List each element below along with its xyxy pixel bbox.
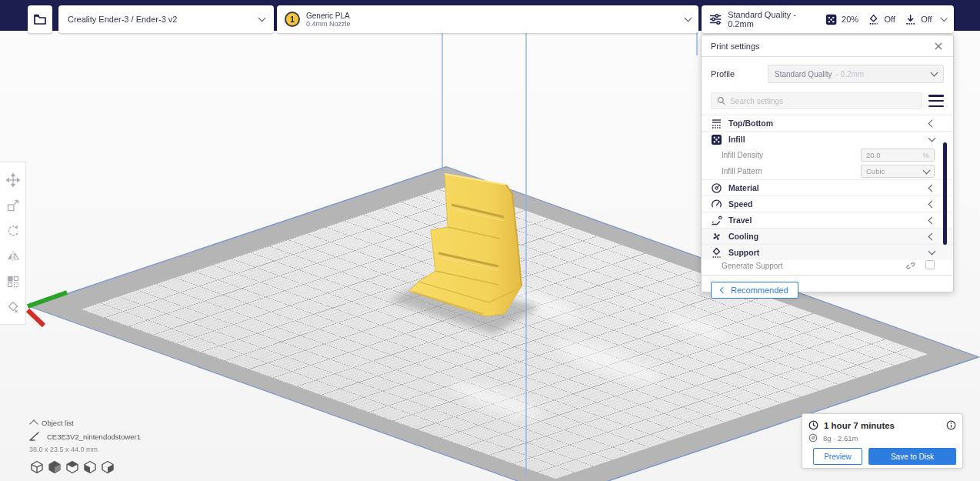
cube-top-icon	[65, 460, 79, 474]
per-model-settings-icon	[6, 275, 20, 289]
infill-icon	[711, 134, 722, 145]
move-icon	[6, 173, 20, 187]
chevron-down-icon	[931, 69, 938, 77]
object-list-item[interactable]: CE3E3V2_nintendodstower1	[29, 432, 141, 441]
object-list-panel: Object list CE3E3V2_nintendodstower1 38.…	[29, 419, 141, 474]
cube-left-icon	[83, 460, 97, 474]
printable-object-icon	[29, 432, 40, 441]
cube-right-icon	[101, 460, 115, 474]
rotate-icon	[6, 224, 20, 238]
panel-scrollbar[interactable]	[943, 142, 947, 245]
extruder-badge: 1	[285, 12, 300, 27]
view-top-button[interactable]	[65, 459, 79, 474]
printer-selector[interactable]: Creality Ender-3 / Ender-3 v2	[58, 5, 274, 33]
printer-name: Creality Ender-3 / Ender-3 v2	[68, 15, 259, 24]
category-material[interactable]: Material	[702, 179, 953, 195]
material-spool-icon	[808, 433, 818, 443]
chevron-down-icon	[940, 15, 947, 22]
category-travel[interactable]: Travel	[702, 212, 953, 228]
infill-icon	[825, 13, 837, 26]
cube-front-icon	[48, 460, 62, 474]
sliders-icon	[709, 13, 722, 25]
material-usage: 8g · 2.61m	[823, 434, 858, 443]
category-infill[interactable]: Infill	[702, 131, 953, 147]
support-state: Off	[884, 15, 895, 24]
setting-generate-support: Generate Support	[702, 260, 953, 271]
infill-density-input[interactable]: 20.0 %	[861, 149, 935, 162]
save-to-disk-button[interactable]: Save to Disk	[868, 448, 956, 465]
nozzle-size: 0.4mm Nozzle	[306, 20, 685, 28]
cooling-icon	[711, 231, 722, 242]
object-dimensions: 38.0 x 23.5 x 44.0 mm	[29, 446, 141, 453]
view-right-button[interactable]	[100, 459, 115, 474]
print-settings-summary[interactable]: Standard Quality - 0.2mm 20% Off Off	[702, 5, 954, 33]
setting-infill-density: Infill Density 20.0 %	[702, 147, 953, 163]
support-icon	[711, 247, 722, 259]
support-blocker-button[interactable]	[0, 294, 26, 319]
category-support[interactable]: Support	[702, 244, 953, 260]
chevron-left-icon	[928, 200, 936, 208]
preview-button[interactable]: Preview	[813, 448, 862, 465]
print-job-panel: 1 hour 7 minutes 8g · 2.61m Preview Save…	[802, 413, 963, 469]
profile-summary: Standard Quality - 0.2mm	[728, 10, 815, 28]
profile-value: Standard Quality	[775, 70, 832, 78]
chevron-down-icon	[685, 15, 692, 22]
camera-view-presets	[29, 459, 141, 474]
profile-suffix: - 0.2mm	[836, 70, 932, 78]
object-list-toggle[interactable]: Object list	[29, 419, 141, 427]
generate-support-checkbox[interactable]	[925, 260, 935, 269]
settings-menu-icon[interactable]	[928, 95, 944, 107]
panel-title: Print settings	[711, 42, 933, 51]
profile-label: Profile	[711, 69, 768, 78]
per-model-settings-button[interactable]	[0, 269, 26, 294]
category-cooling[interactable]: Cooling	[702, 228, 953, 244]
axis-y-green	[28, 292, 67, 306]
model-nintendo-ds-tower[interactable]	[409, 174, 522, 316]
material-icon	[711, 182, 722, 194]
support-icon	[868, 13, 879, 26]
chevron-down-icon	[923, 166, 931, 174]
search-icon	[717, 96, 725, 105]
open-file-button[interactable]	[28, 5, 52, 33]
chevron-left-icon	[928, 216, 936, 224]
left-toolbar	[0, 162, 26, 325]
category-top-bottom[interactable]: Top/Bottom	[702, 115, 953, 131]
rotate-tool-button[interactable]	[0, 218, 26, 243]
scale-icon	[6, 199, 20, 212]
print-duration: 1 hour 7 minutes	[824, 421, 946, 430]
print-settings-panel: Print settings Profile Standard Quality …	[701, 35, 954, 292]
top-bottom-icon	[711, 118, 722, 129]
axis-x-red	[28, 310, 44, 326]
chevron-left-icon	[928, 232, 936, 240]
recommended-mode-button[interactable]: Recommended	[711, 282, 798, 299]
close-icon[interactable]	[933, 41, 944, 52]
clock-icon	[808, 420, 818, 430]
infill-pattern-dropdown[interactable]: Cubic	[861, 165, 935, 178]
adhesion-icon	[905, 13, 916, 26]
chevron-down-icon	[258, 15, 266, 22]
move-tool-button[interactable]	[0, 167, 26, 192]
mirror-tool-button[interactable]	[0, 243, 26, 269]
material-selector[interactable]: 1 Generic PLA 0.4mm Nozzle	[277, 5, 698, 33]
view-3d-button[interactable]	[29, 459, 44, 474]
support-blocker-icon	[6, 300, 20, 314]
settings-category-list: Top/Bottom Infill Infill Density 20.0 % …	[702, 115, 953, 272]
chevron-left-icon	[720, 286, 726, 292]
view-front-button[interactable]	[47, 459, 62, 474]
infill-percentage: 20%	[842, 15, 858, 24]
chevron-down-icon	[928, 135, 936, 142]
link-icon	[905, 261, 916, 271]
category-speed[interactable]: Speed	[702, 195, 953, 212]
material-name: Generic PLA	[306, 12, 685, 20]
profile-dropdown[interactable]: Standard Quality - 0.2mm	[768, 65, 944, 83]
chevron-up-icon	[29, 419, 38, 428]
view-left-button[interactable]	[82, 459, 97, 474]
scale-tool-button[interactable]	[0, 192, 26, 218]
settings-search[interactable]	[711, 92, 922, 109]
chevron-left-icon	[928, 184, 936, 192]
travel-icon	[711, 215, 722, 226]
info-icon[interactable]	[946, 420, 956, 430]
object-file-name: CE3E3V2_nintendodstower1	[47, 433, 141, 441]
mirror-icon	[6, 249, 20, 263]
search-input[interactable]	[730, 97, 916, 105]
